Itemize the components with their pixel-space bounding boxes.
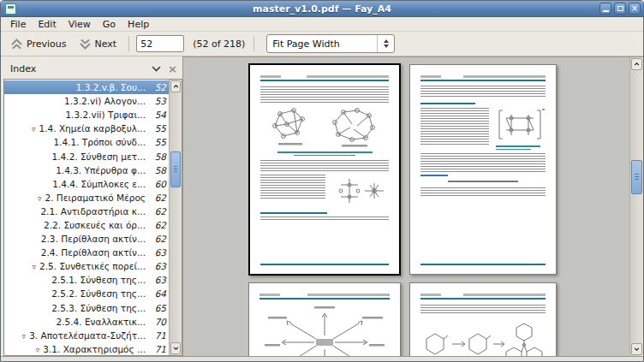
toc-item-title: 1.3.2.v.β. Σου... [9,82,146,92]
figure-caption [260,150,389,156]
next-button[interactable]: Next [74,36,122,52]
toc-item-page: 54 [146,110,166,120]
expander-icon[interactable]: ▿ [38,194,42,203]
title-bar[interactable]: master_v1.0.pdf — Fay_A4 × [1,1,643,17]
toc-item-title: 1.4.2. Σύνθεση μετ... [9,151,146,162]
molecule-figure-icon [328,107,381,150]
chevron-down-icon[interactable] [152,66,161,72]
toc-item[interactable]: 1.4.2. Σύνθεση μετ...58 [4,149,169,163]
pdf-page[interactable] [248,282,401,356]
toc-item[interactable]: 1.3.2.vi) Αλογον...53 [4,94,169,108]
page-footer-rule [420,264,546,267]
page-number-input[interactable] [136,35,184,52]
toc-item-title: ▿2.5. Συνθετικές πορεί... [9,261,146,271]
sidebar-scrollbar[interactable] [169,80,182,355]
toc-item[interactable]: 2.5.3. Σύνθεση της...65 [4,301,169,315]
main-scrollbar[interactable] [629,57,643,356]
go-down-icon [79,38,92,50]
toc-item-title: 2.1. Αντιδραστήρια κ... [9,206,146,217]
toc-item[interactable]: 2.5.2. Σύνθεση της...64 [4,287,169,300]
toc-item[interactable]: 1.3.2.vii) Τριφαι...54 [4,108,169,122]
previous-button[interactable]: Previous [5,36,72,52]
toc-item-page: 62 [146,220,166,230]
toc-item-page: 60 [146,179,166,189]
menu-help[interactable]: Help [122,18,155,31]
page-header-rule [260,75,389,81]
menu-go[interactable]: Go [97,18,122,31]
sidebar-title: Index [10,63,36,74]
toc-item[interactable]: ▿1.4. Χημεία καρβοξυλ...55 [4,122,169,135]
toc-item[interactable]: 2.2. Συσκευές και όρ...62 [4,218,169,232]
toc-item-page: 63 [146,275,166,285]
document-canvas[interactable] [183,57,629,356]
toc-item-title: 2.5.4. Εναλλακτικ... [9,317,146,327]
scroll-up-icon[interactable] [170,80,181,92]
scroll-down-icon[interactable] [631,343,642,355]
expander-icon[interactable]: ▿ [32,125,36,134]
toc-item-title: 1.4.1. Τρόποι σύνδ... [9,137,146,147]
sidebar-header: Index × [3,58,182,79]
toc-item[interactable]: 1.4.4. Σύμπλοκες ε...60 [4,177,169,191]
toc-item-title: 2.5.2. Σύνθεση της... [9,288,146,299]
section-heading-line [420,103,475,104]
toc-item-title: ▿1.4. Χημεία καρβοξυλ... [9,123,146,134]
bracket-structure-icon [496,108,546,144]
toc-item-title: ▿2. Πειραματικό Μέρος [9,193,146,203]
toolbar-separator [128,36,129,51]
toc-item-title: 1.4.3. Υπέρυθρα φ... [9,165,146,175]
scroll-down-icon[interactable] [170,342,181,354]
pdf-page-current[interactable] [248,63,401,276]
page-header-rule [259,294,390,300]
maximize-button[interactable] [614,3,626,15]
close-button[interactable]: × [629,3,641,15]
sidebar-scroll-thumb[interactable] [170,151,181,187]
window-bottom-edge [1,356,643,361]
toc-item[interactable]: ▿2. Πειραματικό Μέρος62 [4,191,169,205]
go-up-icon [10,38,23,50]
molecule-figure-icon [268,107,313,150]
close-sidebar-icon[interactable]: × [168,63,177,74]
toc-item[interactable]: ▿3.1. Χαρακτηρισμός ...71 [4,342,169,355]
toc-item[interactable]: 2.3. Περίθλαση ακτίν...62 [4,232,169,246]
toc-item[interactable]: 2.1. Αντιδραστήρια κ...62 [4,205,169,218]
toc-item[interactable]: ▿3. Αποτελέσματα-Συζήτ...71 [4,329,169,342]
scroll-up-icon[interactable] [631,58,642,70]
minimize-button[interactable] [599,3,611,15]
spinner-icon [377,35,394,52]
toc-item-page: 55 [146,137,166,147]
toc-item-title: 2.5.3. Σύνθεση της... [9,303,146,313]
expander-icon[interactable]: ▿ [36,346,40,354]
page-header-rule [420,75,546,81]
toc-item[interactable]: 1.4.1. Τρόποι σύνδ...55 [4,135,169,149]
toc-item-page: 62 [146,206,166,217]
reference-link-line [420,175,448,176]
toc-item-page: 52 [146,82,166,92]
app-window: master_v1.0.pdf — Fay_A4 × File Edit Vie… [0,0,644,362]
menu-edit[interactable]: Edit [32,18,62,31]
toc-item-page: 55 [146,123,166,134]
toc-item[interactable]: 2.5.1. Σύνθεση της...63 [4,273,169,287]
toc-item-title: 2.3. Περίθλαση ακτίν... [9,234,146,244]
toc-item[interactable]: ▿2.5. Συνθετικές πορεί...63 [4,259,169,273]
benzene-reaction-scheme-icon [420,318,546,356]
structure-figure-icon [332,175,389,209]
toc-item-page: 71 [146,344,166,354]
toc-item-title: 1.4.4. Σύμπλοκες ε... [9,179,146,189]
zoom-level-select[interactable]: Fit Page Width [266,34,395,53]
toc-item[interactable]: 1.4.3. Υπέρυθρα φ...58 [4,163,169,177]
menu-view[interactable]: View [63,18,97,31]
toc-item-page: 65 [146,303,166,313]
toc-item[interactable]: 2.5.4. Εναλλακτικ...70 [4,315,169,329]
pdf-page[interactable] [409,64,557,275]
expander-icon[interactable]: ▿ [22,332,27,341]
toc-item[interactable]: 1.3.2.v.β. Σου...52 [4,80,169,94]
menu-file[interactable]: File [4,18,32,31]
toc-item[interactable]: 2.4. Περίθλαση ακτίν...63 [4,246,169,259]
toc-item-page: 62 [146,193,166,203]
expander-icon[interactable]: ▿ [33,263,37,271]
pdf-page[interactable] [409,282,557,356]
toc-item-page: 58 [146,151,166,162]
toc-item-page: 62 [146,234,166,244]
toc-item-title: ▿3.1. Χαρακτηρισμός ... [9,344,146,354]
main-scroll-thumb[interactable] [631,160,642,194]
